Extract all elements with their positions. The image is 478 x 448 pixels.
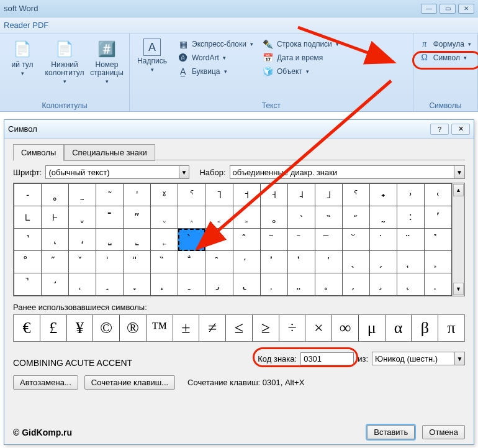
symbol-cell[interactable]: ˁ — [342, 184, 369, 206]
symbol-cell[interactable]: ̡ — [205, 273, 233, 296]
symbol-cell[interactable]: ̕ — [315, 251, 342, 273]
symbol-cell[interactable]: ˻ — [42, 229, 69, 251]
symbol-cell[interactable]: ˼ — [69, 229, 96, 251]
recent-symbol-cell[interactable]: ® — [120, 315, 147, 341]
from-input[interactable] — [372, 352, 454, 365]
symbol-cell[interactable]: ˰ — [178, 206, 205, 229]
symbol-cell[interactable]: ˸ — [397, 206, 424, 229]
recent-symbol-cell[interactable]: ™ — [147, 315, 173, 341]
symbol-cell[interactable]: ˪ — [14, 206, 42, 229]
symbol-cell[interactable]: ̥ — [315, 273, 342, 296]
symbol-cell[interactable]: ˷ — [69, 184, 96, 206]
symbol-cell[interactable]: ̇ — [369, 229, 397, 251]
recent-symbol-cell[interactable]: μ — [359, 315, 386, 341]
symbol-cell[interactable]: ̖ — [342, 251, 369, 273]
recent-symbol-cell[interactable]: ± — [173, 315, 200, 341]
symbol-cell[interactable]: ̩ — [424, 273, 451, 296]
textbox-button[interactable]: A Надпись▾ — [133, 36, 171, 100]
close-button[interactable]: ✕ — [458, 4, 474, 14]
symbol-cell[interactable]: ˹ — [424, 206, 451, 229]
recent-symbol-cell[interactable]: £ — [40, 315, 67, 341]
symbol-cell[interactable]: ̔ — [287, 251, 315, 273]
header-top-button[interactable]: 📄 ий тул▾ — [4, 36, 41, 100]
symbol-cell[interactable]: ˫ — [42, 206, 69, 229]
minimize-button[interactable]: — — [421, 4, 437, 14]
equation-button[interactable]: πФормула ▾ — [417, 39, 474, 50]
symbol-cell[interactable]: ̍ — [96, 251, 124, 273]
scroll-up-button[interactable]: ▲ — [453, 184, 464, 196]
symbol-cell[interactable]: ˦ — [233, 184, 260, 206]
symbol-cell[interactable]: ˲ — [233, 206, 260, 229]
symbol-cell[interactable]: ̘ — [397, 251, 424, 273]
subset-input[interactable] — [230, 166, 454, 178]
symbol-cell[interactable]: ̟ — [151, 273, 178, 296]
symbol-cell[interactable]: ̑ — [205, 251, 233, 273]
symbol-cell[interactable]: ˗ — [14, 184, 42, 206]
symbol-cell[interactable]: ˜ — [96, 184, 124, 206]
symbol-cell[interactable]: ̋ — [42, 251, 69, 273]
recent-symbol-cell[interactable]: ÷ — [279, 315, 306, 341]
symbol-cell[interactable]: ̣ — [260, 273, 287, 296]
recent-symbol-cell[interactable]: ≠ — [199, 315, 226, 341]
symbol-button[interactable]: ΩСимвол ▾ — [417, 52, 474, 63]
symbol-cell[interactable]: ̐ — [178, 251, 205, 273]
maximize-button[interactable]: ▭ — [440, 4, 456, 14]
symbol-cell[interactable]: ̛ — [42, 273, 69, 296]
font-input[interactable] — [46, 166, 178, 178]
symbol-cell[interactable]: ̜ — [69, 273, 96, 296]
symbol-cell[interactable]: ˨ — [287, 184, 315, 206]
tab-symbols[interactable]: Символы — [13, 144, 64, 161]
signature-line-button[interactable]: ✒️Строка подписи ▾ — [261, 39, 341, 50]
symbol-cell[interactable]: ́ — [205, 229, 233, 251]
symbol-cell[interactable]: ˳ — [42, 184, 69, 206]
symbol-cell[interactable]: ̝ — [96, 273, 124, 296]
from-combo[interactable]: ▼ — [372, 352, 465, 365]
symbol-cell[interactable]: ̤ — [287, 273, 315, 296]
date-time-button[interactable]: 📅Дата и время — [261, 52, 341, 63]
symbol-cell[interactable]: ˱ — [205, 206, 233, 229]
symbol-cell[interactable]: ˒ — [397, 184, 424, 206]
quickparts-button[interactable]: ▦Экспресс-блоки ▾ — [176, 39, 256, 50]
symbol-cell[interactable]: ˯ — [151, 206, 178, 229]
symbol-cell[interactable]: ̌ — [69, 251, 96, 273]
symbol-cell[interactable]: ˺ — [14, 229, 42, 251]
recent-symbol-cell[interactable]: € — [14, 315, 40, 341]
scroll-track[interactable] — [453, 197, 464, 282]
symbol-cell[interactable]: ̈ — [397, 229, 424, 251]
recent-symbol-cell[interactable]: π — [438, 315, 464, 341]
symbol-cell[interactable]: ̎ — [124, 251, 151, 273]
recent-symbol-cell[interactable]: ¥ — [67, 315, 94, 341]
symbol-cell[interactable]: ̗ — [369, 251, 397, 273]
symbol-cell[interactable]: ˴ — [287, 206, 315, 229]
symbol-cell[interactable]: ̆ — [342, 229, 369, 251]
symbol-cell[interactable]: ̅ — [315, 229, 342, 251]
symbol-cell[interactable]: ̨ — [397, 273, 424, 296]
symbol-cell[interactable]: ˽ — [96, 229, 124, 251]
page-number-button[interactable]: #️⃣ Номер страницы▾ — [88, 36, 125, 100]
symbol-cell[interactable]: ˖ — [369, 184, 397, 206]
scroll-down-button[interactable]: ▼ — [453, 283, 464, 295]
char-code-input[interactable] — [300, 352, 354, 365]
symbol-cell[interactable]: ̂ — [233, 229, 260, 251]
symbol-cell[interactable]: ̃ — [260, 229, 287, 251]
symbol-cell[interactable]: ̀ — [178, 229, 205, 251]
dropdown-arrow-icon[interactable]: ▼ — [454, 166, 464, 178]
cancel-button[interactable]: Отмена — [422, 425, 465, 439]
recent-symbol-cell[interactable]: ≤ — [226, 315, 253, 341]
symbol-cell[interactable]: ̉ — [424, 229, 451, 251]
dialog-close-button[interactable]: ✕ — [451, 124, 470, 135]
symbol-cell[interactable]: ̒ — [233, 251, 260, 273]
symbol-cell[interactable]: ̚ — [14, 273, 42, 296]
insert-button[interactable]: Вставить — [367, 425, 415, 439]
tab-special-chars[interactable]: Специальные знаки — [64, 144, 155, 161]
object-button[interactable]: 🧊Объект ▾ — [261, 66, 341, 77]
dropdown-arrow-icon[interactable]: ▼ — [454, 352, 464, 365]
symbol-cell[interactable]: ̓ — [260, 251, 287, 273]
symbol-cell[interactable]: ̢ — [233, 273, 260, 296]
recent-symbol-cell[interactable]: ≥ — [253, 315, 279, 341]
symbol-cell[interactable]: ˬ — [69, 206, 96, 229]
grid-scrollbar[interactable]: ▲ ▼ — [452, 183, 464, 296]
shortcut-key-button[interactable]: Сочетание клавиш... — [84, 375, 175, 390]
dropcap-button[interactable]: A̲Буквица ▾ — [176, 66, 256, 77]
symbol-cell[interactable]: ˮ — [124, 206, 151, 229]
